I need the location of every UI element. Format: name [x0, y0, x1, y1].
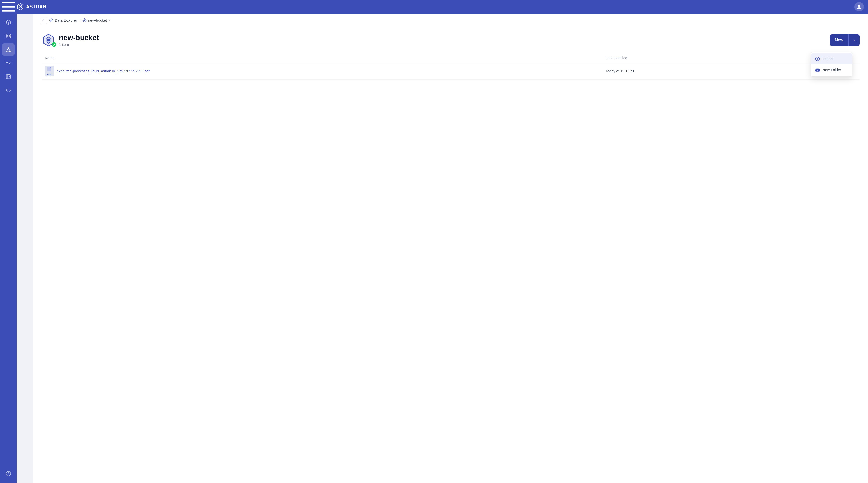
content-area: new-bucket 1 item New Name Last modified	[33, 27, 868, 483]
brand-name: ASTRAN	[26, 4, 46, 10]
sidebar	[0, 0, 17, 483]
svg-point-23	[84, 20, 85, 21]
svg-point-10	[8, 47, 9, 49]
table-row: PDF executed-processes_louis_astran.io_1…	[42, 63, 860, 80]
back-button[interactable]	[40, 17, 47, 24]
sidebar-item-data-grid[interactable]	[2, 30, 14, 42]
dropdown-item-new-folder[interactable]: New Folder	[811, 64, 852, 75]
file-row-name[interactable]: PDF executed-processes_louis_astran.io_1…	[45, 66, 599, 76]
sidebar-item-monitoring[interactable]	[2, 57, 14, 69]
svg-rect-8	[6, 36, 8, 38]
breadcrumb-bar: Data Explorer › new-bucket ›	[33, 13, 868, 27]
breadcrumb-sep-1: ›	[79, 18, 81, 23]
menu-button[interactable]	[0, 0, 17, 13]
file-name-cell: PDF executed-processes_louis_astran.io_1…	[42, 63, 602, 80]
file-last-modified: Today at 13:15:41	[602, 63, 781, 80]
page-header-left: new-bucket 1 item	[42, 33, 99, 47]
svg-rect-28	[50, 67, 51, 68]
new-button[interactable]: New	[830, 34, 860, 46]
page-title-group: new-bucket 1 item	[59, 34, 99, 46]
svg-point-16	[6, 471, 11, 476]
svg-rect-7	[9, 34, 10, 35]
sidebar-nav	[2, 13, 14, 468]
file-name: executed-processes_louis_astran.io_17277…	[57, 69, 150, 73]
table-body: PDF executed-processes_louis_astran.io_1…	[42, 63, 860, 80]
svg-point-26	[47, 39, 50, 41]
svg-line-13	[7, 48, 8, 51]
col-last-modified: Last modified	[602, 53, 781, 63]
page-title: new-bucket	[59, 34, 99, 42]
topbar: ASTRAN	[0, 0, 868, 13]
sidebar-bottom	[2, 468, 14, 483]
svg-rect-9	[9, 36, 10, 38]
data-explorer-icon	[49, 18, 53, 23]
file-table: Name Last modified	[42, 53, 860, 80]
new-dropdown-menu: Import New Folder	[811, 52, 852, 76]
main-wrapper: Data Explorer › new-bucket ›	[33, 13, 868, 483]
new-folder-icon	[815, 67, 820, 72]
import-icon	[815, 57, 820, 61]
bucket-icon-wrap	[42, 33, 55, 47]
svg-line-14	[8, 48, 10, 51]
sidebar-item-code[interactable]	[2, 84, 14, 96]
svg-rect-6	[6, 34, 8, 35]
sidebar-item-help[interactable]	[2, 468, 14, 480]
bucket-icon-small	[82, 18, 87, 23]
sidebar-item-dashboard[interactable]	[2, 16, 14, 29]
svg-point-20	[51, 20, 52, 21]
table-header: Name Last modified	[42, 53, 860, 63]
user-avatar[interactable]	[855, 2, 864, 11]
breadcrumb-data-explorer-label: Data Explorer	[55, 18, 77, 23]
new-button-label: New	[830, 34, 848, 46]
svg-point-5	[20, 6, 21, 7]
breadcrumb-data-explorer[interactable]: Data Explorer	[49, 18, 77, 23]
page-header: new-bucket 1 item New	[42, 33, 860, 47]
dropdown-import-label: Import	[823, 57, 833, 61]
file-icon-pdf: PDF	[45, 66, 54, 76]
sidebar-item-plugins[interactable]	[2, 70, 14, 83]
sidebar-item-connectors[interactable]	[2, 43, 14, 56]
breadcrumb-sep-2: ›	[109, 18, 110, 23]
bucket-check-icon	[52, 42, 56, 47]
breadcrumb-new-bucket[interactable]: new-bucket	[82, 18, 107, 23]
file-type-label: PDF	[47, 73, 52, 76]
topbar-left: ASTRAN	[0, 0, 46, 13]
col-name: Name	[42, 53, 602, 63]
dropdown-item-import[interactable]: Import	[811, 54, 852, 64]
breadcrumb-new-bucket-label: new-bucket	[88, 18, 107, 23]
new-button-arrow[interactable]	[848, 34, 860, 46]
brand: ASTRAN	[17, 3, 46, 10]
dropdown-new-folder-label: New Folder	[823, 68, 841, 72]
page-subtitle: 1 item	[59, 42, 99, 46]
